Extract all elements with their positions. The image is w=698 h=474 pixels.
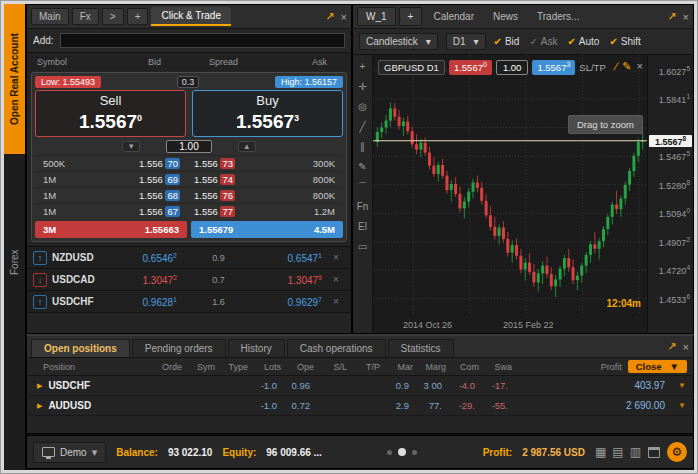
settings-gear-button[interactable]: ⚙: [667, 442, 687, 462]
maximize-icon[interactable]: ↗: [325, 10, 334, 23]
chart-buy-chip[interactable]: 1.55673: [532, 60, 575, 74]
line-tool-icon[interactable]: ∕: [616, 60, 618, 73]
ask-quote[interactable]: 0.96297: [260, 296, 322, 308]
positions-tab[interactable]: Cash operations: [287, 339, 386, 357]
positions-tab[interactable]: Pending orders: [132, 339, 226, 357]
chart-toggle[interactable]: ✔ Shift: [609, 36, 640, 47]
ask-quote[interactable]: 0.65471: [260, 252, 322, 264]
positions-column[interactable]: Type: [215, 362, 248, 372]
positions-column[interactable]: Ope: [281, 362, 314, 372]
positions-tab[interactable]: Statistics: [388, 339, 454, 357]
positions-column[interactable]: Swa: [479, 362, 512, 372]
row-expand-icon[interactable]: ▼: [671, 401, 693, 410]
chart-tool-icon[interactable]: +: [355, 59, 371, 74]
remove-symbol-icon[interactable]: ×: [327, 252, 345, 263]
remove-symbol-icon[interactable]: ×: [327, 296, 345, 307]
column-ask[interactable]: Ask: [258, 57, 341, 67]
workspace-tab[interactable]: Main: [31, 8, 69, 25]
positions-column[interactable]: Com: [446, 362, 479, 372]
chart-tool-icon[interactable]: ⌒: [355, 179, 371, 194]
workspace-tab[interactable]: Fx: [72, 8, 99, 25]
candlestick-chart[interactable]: [373, 55, 647, 313]
ask-quote[interactable]: 1.30479: [260, 274, 322, 286]
chart-toggle[interactable]: ✓ Ask: [529, 36, 557, 47]
pager-dot[interactable]: [387, 450, 392, 455]
chart-tool-icon[interactable]: ✛: [355, 79, 371, 94]
bid-quote[interactable]: 0.65462: [115, 252, 177, 264]
watchlist-row[interactable]: ↓ USDCAD 1.30472 0.7 1.30479 ×: [27, 269, 351, 291]
chart-toggle[interactable]: ✔ Bid: [494, 36, 520, 47]
chart-tool-icon[interactable]: ◎: [355, 99, 371, 114]
positions-column[interactable]: Marg: [413, 362, 446, 372]
chart-tool-icon[interactable]: ▭: [355, 239, 371, 254]
price-axis[interactable]: 1.602751.584111.546751.528081.509401.490…: [647, 55, 693, 333]
chart-tab[interactable]: W_1: [357, 7, 396, 26]
pager-dot-active[interactable]: [398, 448, 406, 456]
open-real-account-tab[interactable]: Open Real Account: [4, 4, 25, 154]
workspace-tab[interactable]: >: [102, 8, 124, 25]
chart-toggle[interactable]: ✔ Auto: [567, 36, 599, 47]
positions-tab[interactable]: History: [228, 339, 285, 357]
expand-icon[interactable]: ▶: [37, 402, 42, 410]
maximize-icon[interactable]: ↗: [667, 10, 676, 23]
row-expand-icon[interactable]: ▼: [671, 381, 693, 390]
close-icon[interactable]: ×: [683, 11, 689, 23]
pager-dot[interactable]: [412, 450, 417, 455]
chart-type-select[interactable]: Candlestick▾: [359, 33, 438, 50]
timeframe-select[interactable]: D1▾: [446, 33, 486, 50]
bid-quote[interactable]: 1.30472: [115, 274, 177, 286]
depth-row[interactable]: 500K 1.556 70 1.556 73 300K: [35, 155, 343, 171]
chart-tool-icon[interactable]: ∥: [355, 139, 371, 154]
bid-quote[interactable]: 0.96281: [115, 296, 177, 308]
forex-tab[interactable]: Forex: [4, 232, 25, 292]
column-bid[interactable]: Bid: [120, 57, 189, 67]
chart-tab[interactable]: Traders...: [529, 8, 587, 25]
chart-tool-icon[interactable]: ╱: [355, 119, 371, 134]
buy-button[interactable]: Buy 1.55673: [192, 90, 343, 137]
positions-column[interactable]: S/L: [314, 362, 347, 372]
maximize-icon[interactable]: ↗: [667, 340, 676, 353]
depth-row[interactable]: 1M 1.556 68 1.556 76 800K: [35, 187, 343, 203]
add-symbol-input[interactable]: [60, 33, 345, 48]
column-profit[interactable]: Profit: [512, 362, 628, 372]
sell-button[interactable]: Sell 1.55670: [35, 90, 186, 137]
volume-increase-button[interactable]: ▲: [238, 141, 256, 152]
workspace-tab[interactable]: +: [127, 8, 149, 25]
volume-decrease-button[interactable]: ▼: [122, 141, 140, 152]
depth-row[interactable]: 1M 1.556 69 1.556 74 800K: [35, 171, 343, 187]
watchlist-row[interactable]: ↑ USDCHF 0.96281 1.6 0.96297 ×: [27, 291, 351, 313]
expand-icon[interactable]: ▶: [37, 382, 42, 390]
workspace-layout-icon[interactable]: ▦: [595, 445, 606, 459]
chart-close-icon[interactable]: ×: [637, 60, 643, 73]
positions-column[interactable]: Sym: [182, 362, 215, 372]
remove-symbol-icon[interactable]: ×: [327, 274, 345, 285]
positions-column[interactable]: Mar: [380, 362, 413, 372]
best-bid-button[interactable]: 3M1.55663: [35, 221, 187, 238]
workspace-layout-icon[interactable]: ▤: [612, 445, 623, 459]
best-ask-button[interactable]: 1.556794.5M: [191, 221, 343, 238]
chart-tab[interactable]: News: [485, 8, 526, 25]
click-trade-title-tab[interactable]: Click & Trade: [151, 7, 230, 26]
positions-column[interactable]: Orde: [149, 362, 182, 372]
close-icon[interactable]: ×: [341, 11, 347, 23]
chart-volume-value[interactable]: 1.00: [496, 60, 529, 75]
workspace-layout-icon[interactable]: ▥: [630, 445, 641, 459]
calendar-icon[interactable]: [648, 447, 660, 458]
column-position[interactable]: Position: [31, 362, 149, 372]
sl-tp-label[interactable]: SL/TP: [579, 62, 605, 73]
chart-tab[interactable]: +: [399, 7, 423, 26]
position-row[interactable]: ▶ AUDUSD -1.0 0.72 2.9 77. -29. -55. 2 6…: [27, 396, 693, 416]
chart-sell-chip[interactable]: 1.55670: [449, 60, 492, 74]
chart-area[interactable]: GBPUSD D1 1.55670 1.00 1.55673 SL/TP ∕ ✎…: [373, 55, 647, 333]
chart-tool-icon[interactable]: Fn: [355, 199, 371, 214]
position-row[interactable]: ▶ USDCHF -1.0 0.96 0.9 3 00 -4.0 -17. 40…: [27, 376, 693, 396]
chart-tab[interactable]: Calendar: [425, 8, 482, 25]
chart-tool-icon[interactable]: ✎: [355, 159, 371, 174]
positions-column[interactable]: Lots: [248, 362, 281, 372]
depth-row[interactable]: 1M 1.556 67 1.556 77 1.2M: [35, 203, 343, 219]
account-selector[interactable]: Demo ▾: [33, 442, 106, 463]
chart-tool-icon[interactable]: El: [355, 219, 371, 234]
positions-tab[interactable]: Open positions: [31, 339, 130, 357]
watchlist-row[interactable]: ↑ NZDUSD 0.65462 0.9 0.65471 ×: [27, 247, 351, 269]
edit-icon[interactable]: ✎: [622, 60, 631, 73]
